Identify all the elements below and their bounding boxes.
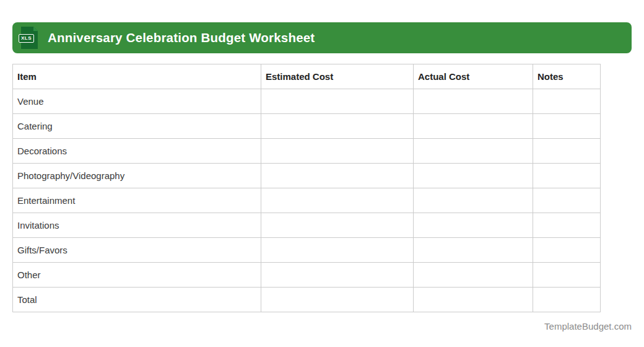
actual-cost-cell [414,213,533,238]
notes-cell [533,238,601,263]
estimated-cost-cell [261,238,414,263]
column-header-actual-cost: Actual Cost [414,64,533,89]
actual-cost-cell [414,164,533,188]
item-cell: Other [13,263,261,288]
estimated-cost-cell [261,89,414,114]
column-header-notes: Notes [533,64,601,89]
table-row: Total [13,288,601,312]
actual-cost-cell [414,89,533,114]
item-cell: Photography/Videography [13,164,261,188]
notes-cell [533,89,601,114]
notes-cell [533,114,601,139]
table-row: Invitations [13,213,601,238]
item-cell: Entertainment [13,188,261,213]
table-row: Gifts/Favors [13,238,601,263]
table-row: Decorations [13,139,601,164]
actual-cost-cell [414,114,533,139]
item-cell: Gifts/Favors [13,238,261,263]
page-title: Anniversary Celebration Budget Worksheet [48,30,315,45]
notes-cell [533,139,601,164]
estimated-cost-cell [261,188,414,213]
actual-cost-cell [414,238,533,263]
estimated-cost-cell [261,213,414,238]
table-header-row: Item Estimated Cost Actual Cost Notes [13,64,601,89]
estimated-cost-cell [261,114,414,139]
table-row: Photography/Videography [13,164,601,188]
column-header-item: Item [13,64,261,89]
actual-cost-cell [414,139,533,164]
table-row: Venue [13,89,601,114]
estimated-cost-cell [261,164,414,188]
table-row: Catering [13,114,601,139]
item-cell: Venue [13,89,261,114]
estimated-cost-cell [261,288,414,312]
notes-cell [533,263,601,288]
actual-cost-cell [414,263,533,288]
notes-cell [533,164,601,188]
actual-cost-cell [414,288,533,312]
column-header-estimated-cost: Estimated Cost [261,64,414,89]
xls-badge-label: XLS [19,34,34,43]
budget-table: Item Estimated Cost Actual Cost Notes Ve… [12,64,601,312]
estimated-cost-cell [261,139,414,164]
folded-corner [33,27,38,31]
xls-file-icon: XLS [21,27,38,49]
notes-cell [533,213,601,238]
item-cell: Invitations [13,213,261,238]
item-cell: Decorations [13,139,261,164]
worksheet-header: XLS Anniversary Celebration Budget Works… [12,22,632,53]
table-row: Other [13,263,601,288]
footer-credit: TemplateBudget.com [12,321,632,332]
actual-cost-cell [414,188,533,213]
notes-cell [533,188,601,213]
table-row: Entertainment [13,188,601,213]
item-cell: Catering [13,114,261,139]
notes-cell [533,288,601,312]
estimated-cost-cell [261,263,414,288]
item-cell: Total [13,288,261,312]
